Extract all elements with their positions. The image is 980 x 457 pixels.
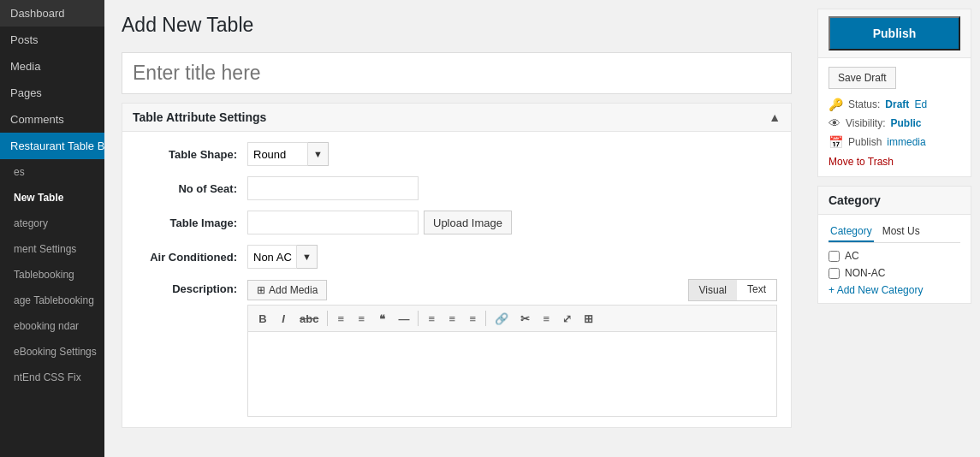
- air-conditioned-label: Air Conditioned:: [136, 251, 247, 264]
- editor-body[interactable]: [247, 331, 777, 417]
- main-content: Add New Table Table Attribute Settings ▲…: [104, 0, 809, 457]
- sidebar-item-comments[interactable]: Comments: [0, 106, 104, 133]
- category-item-nonac: NON-AC: [829, 267, 960, 279]
- description-row: Description: ⊞ Add Media Visual Text B: [136, 279, 777, 417]
- toolbar-hr[interactable]: —: [393, 309, 414, 328]
- sidebar-item-ebooking-ndar[interactable]: ebooking ndar: [0, 313, 104, 339]
- description-editor: ⊞ Add Media Visual Text B I abc ≡: [247, 279, 777, 417]
- status-value: Draft: [885, 98, 909, 110]
- sidebar-item-ebooking-settings[interactable]: eBooking Settings: [0, 339, 104, 365]
- visibility-value: Public: [890, 117, 921, 129]
- category-body: Category Most Us AC NON-AC + Add New Cat…: [818, 215, 971, 303]
- sidebar-item-media[interactable]: Media: [0, 53, 104, 80]
- view-tabs: Visual Text: [688, 279, 777, 301]
- add-media-label: Add Media: [269, 284, 318, 296]
- publish-body: Save Draft 🔑 Status: Draft Ed 👁 Visibili…: [818, 58, 971, 176]
- category-tab-all[interactable]: Category: [829, 222, 874, 242]
- page-title: Add New Table: [122, 14, 792, 37]
- air-conditioned-select[interactable]: Non AC AC: [247, 245, 297, 269]
- no-of-seat-label: No of Seat:: [136, 182, 247, 195]
- sidebar-item-tablebooking[interactable]: Tablebooking: [0, 262, 104, 288]
- air-conditioned-select-wrapper: Non AC AC ▼: [247, 245, 318, 269]
- toolbar-kitchen-sink[interactable]: ⊞: [579, 309, 598, 328]
- tab-visual[interactable]: Visual: [689, 280, 737, 300]
- toolbar-blockquote[interactable]: ❝: [372, 309, 391, 328]
- toolbar-more[interactable]: ≡: [537, 309, 555, 328]
- description-label: Description:: [136, 279, 247, 295]
- tab-text[interactable]: Text: [737, 280, 776, 300]
- no-of-seat-input[interactable]: [247, 176, 419, 200]
- category-checkbox-nonac[interactable]: [829, 268, 840, 279]
- sidebar-item-ment-settings[interactable]: ment Settings: [0, 236, 104, 262]
- sidebar-item-ntend-css[interactable]: ntEnd CSS Fix: [0, 365, 104, 390]
- visibility-icon: 👁: [829, 116, 840, 130]
- table-image-input[interactable]: [247, 211, 419, 234]
- editor-toolbar: B I abc ≡ ≡ ❝ — ≡ ≡ ≡ 🔗 ✂: [247, 305, 777, 331]
- meta-box-title: Table Attribute Settings: [133, 110, 266, 124]
- meta-box-table-attributes: Table Attribute Settings ▲ Table Shape: …: [122, 103, 792, 428]
- category-item-ac: AC: [829, 250, 960, 262]
- toolbar-ul[interactable]: ≡: [331, 309, 350, 328]
- table-image-row: Table Image: Upload Image: [136, 211, 777, 234]
- category-label-ac: AC: [845, 250, 859, 262]
- publish-box: Publish Save Draft 🔑 Status: Draft Ed 👁 …: [817, 9, 971, 177]
- toolbar-bold[interactable]: B: [253, 309, 272, 328]
- table-shape-row: Table Shape: Round Square Rectangle ▼: [136, 142, 777, 166]
- category-header: Category: [818, 187, 971, 215]
- meta-box-toggle-icon[interactable]: ▲: [769, 110, 781, 124]
- save-draft-button[interactable]: Save Draft: [829, 67, 896, 89]
- toolbar-italic[interactable]: I: [274, 309, 293, 328]
- toolbar-divider-3: [485, 311, 486, 326]
- status-icon: 🔑: [829, 98, 843, 111]
- toolbar-strikethrough[interactable]: abc: [294, 309, 324, 328]
- table-shape-select-wrapper: Round Square Rectangle ▼: [247, 142, 329, 166]
- air-conditioned-row: Air Conditioned: Non AC AC ▼: [136, 245, 777, 269]
- toolbar-fullscreen[interactable]: ⤢: [557, 309, 577, 328]
- toolbar-align-left[interactable]: ≡: [422, 309, 441, 328]
- move-trash-link[interactable]: Move to Trash: [829, 156, 960, 168]
- toolbar-link[interactable]: 🔗: [490, 309, 514, 328]
- category-box: Category Category Most Us AC NON-AC + Ad…: [817, 186, 971, 304]
- toolbar-ol[interactable]: ≡: [352, 309, 371, 328]
- upload-image-button[interactable]: Upload Image: [424, 211, 512, 234]
- publish-header: Publish: [818, 9, 971, 58]
- status-label: Status:: [848, 98, 880, 110]
- add-new-category-link[interactable]: + Add New Category: [829, 284, 960, 296]
- publish-time-row: 📅 Publish immedia: [829, 135, 960, 149]
- category-tabs: Category Most Us: [829, 222, 960, 243]
- add-media-icon: ⊞: [257, 284, 265, 296]
- publish-time-label: Publish: [848, 136, 882, 148]
- sidebar-item-rtb[interactable]: Restaurant Table Booking: [0, 133, 104, 159]
- air-conditioned-dropdown-btn[interactable]: ▼: [297, 245, 318, 269]
- toolbar-divider-2: [418, 311, 419, 326]
- sidebar-item-dashboard[interactable]: Dashboard: [0, 0, 104, 27]
- sidebar-item-age-tablebooking[interactable]: age Tablebooking: [0, 288, 104, 313]
- category-tab-most-used[interactable]: Most Us: [881, 222, 922, 242]
- sidebar-item-es[interactable]: es: [0, 159, 104, 185]
- status-row: 🔑 Status: Draft Ed: [829, 98, 960, 111]
- publish-time-value[interactable]: immedia: [887, 136, 925, 148]
- table-image-label: Table Image:: [136, 217, 247, 229]
- sidebar-item-pages[interactable]: Pages: [0, 80, 104, 106]
- sidebar-item-category[interactable]: ategory: [0, 211, 104, 236]
- calendar-icon: 📅: [829, 135, 843, 149]
- toolbar-align-center[interactable]: ≡: [442, 309, 461, 328]
- editor-top-bar: ⊞ Add Media Visual Text: [247, 279, 777, 301]
- table-shape-select[interactable]: Round Square Rectangle: [247, 142, 308, 166]
- sidebar: Dashboard Posts Media Pages Comments Res…: [0, 0, 104, 457]
- toolbar-divider-1: [327, 311, 328, 326]
- add-media-button[interactable]: ⊞ Add Media: [247, 280, 327, 300]
- toolbar-align-right[interactable]: ≡: [463, 309, 482, 328]
- publish-button[interactable]: Publish: [829, 16, 960, 50]
- status-edit-link[interactable]: Ed: [914, 98, 927, 110]
- toolbar-unlink[interactable]: ✂: [515, 309, 535, 328]
- table-shape-label: Table Shape:: [136, 148, 247, 161]
- no-of-seat-row: No of Seat:: [136, 176, 777, 200]
- title-input[interactable]: [124, 55, 789, 92]
- right-sidebar: Publish Save Draft 🔑 Status: Draft Ed 👁 …: [809, 0, 980, 457]
- category-label-nonac: NON-AC: [845, 267, 885, 279]
- sidebar-item-new-table[interactable]: New Table: [0, 185, 104, 211]
- sidebar-item-posts[interactable]: Posts: [0, 27, 104, 53]
- category-checkbox-ac[interactable]: [829, 251, 840, 262]
- table-shape-dropdown-btn[interactable]: ▼: [308, 142, 329, 166]
